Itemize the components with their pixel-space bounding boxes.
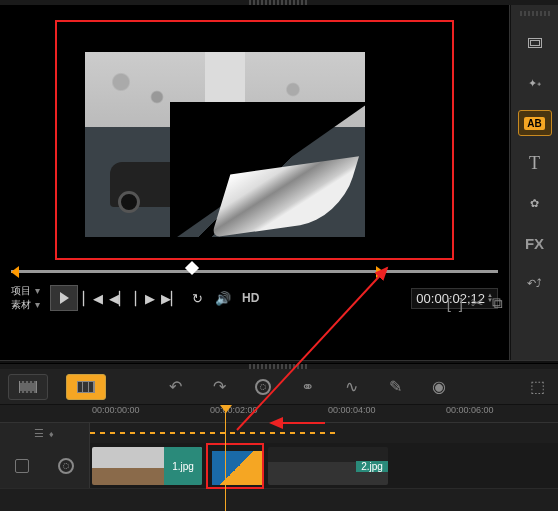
- ruler-tick: 00:00:02:00: [210, 405, 258, 415]
- step-forward-button[interactable]: ▏▶: [134, 287, 156, 309]
- tool-graphics[interactable]: ✿: [518, 190, 552, 216]
- hd-toggle[interactable]: HD: [242, 291, 259, 305]
- time-ruler[interactable]: 00:00:00:00 00:00:02:00 00:00:04:00 00:0…: [0, 405, 558, 423]
- step-back-button[interactable]: ◀▏: [108, 287, 130, 309]
- clip-2-label: 2.jpg: [356, 461, 388, 472]
- right-toolbar: ✦˖ AB T ✿ FX ↶⤴: [510, 5, 558, 360]
- material-tab[interactable]: 素材▾: [11, 298, 40, 312]
- ruler-tick: 00:00:06:00: [446, 405, 494, 415]
- marker-track-head[interactable]: ☰ ⬧: [0, 423, 90, 443]
- in-point-marker[interactable]: [11, 266, 19, 278]
- project-tab[interactable]: 项目▾: [11, 284, 40, 298]
- track-type-icon: [58, 458, 74, 474]
- clip-1-label: 1.jpg: [164, 447, 202, 485]
- track-visibility-icon[interactable]: [15, 459, 29, 473]
- link-button[interactable]: ⚭: [294, 374, 320, 400]
- redo-button[interactable]: ↷: [206, 374, 232, 400]
- clip-2[interactable]: 2.jpg: [268, 447, 388, 485]
- play-button[interactable]: [50, 285, 78, 311]
- audio-wave-button[interactable]: ∿: [338, 374, 364, 400]
- tool-swap[interactable]: ↶⤴: [518, 270, 552, 296]
- tool-transitions[interactable]: AB: [518, 110, 552, 136]
- ruler-tick: 00:00:04:00: [328, 405, 376, 415]
- preview-panel: [ ] ✂ ⧉ 项目▾ 素材▾ ▏◀ ◀▏ ▏▶ ▶▏ ↻ 🔊 HD 00:00…: [0, 5, 510, 360]
- go-start-button[interactable]: ▏◀: [82, 287, 104, 309]
- mark-in-button[interactable]: [: [447, 295, 451, 312]
- transition-clip-highlight[interactable]: [206, 443, 264, 489]
- volume-button[interactable]: 🔊: [212, 287, 234, 309]
- reel-button[interactable]: [250, 374, 276, 400]
- undo-button[interactable]: ↶: [162, 374, 188, 400]
- tool-fx[interactable]: FX: [518, 230, 552, 256]
- video-track-head[interactable]: [0, 443, 90, 488]
- mark-out-button[interactable]: ]: [459, 295, 463, 312]
- pen-tool-button[interactable]: ✎: [382, 374, 408, 400]
- transport-controls: 项目▾ 素材▾ ▏◀ ◀▏ ▏▶ ▶▏ ↻ 🔊 HD 00:00:02;12 ▲…: [5, 278, 504, 318]
- preview-image: [85, 52, 365, 237]
- preview-viewport[interactable]: [55, 20, 454, 260]
- tool-effects[interactable]: ✦˖: [518, 70, 552, 96]
- timeline-toolbar: ↶ ↷ ⚭ ∿ ✎ ◉ ⬚: [0, 369, 558, 405]
- transition-thumbnail: [212, 451, 262, 485]
- marker-track[interactable]: [90, 432, 338, 434]
- tool-media[interactable]: [518, 30, 552, 56]
- out-point-marker[interactable]: [376, 266, 384, 278]
- panel-grip-right[interactable]: [520, 11, 550, 16]
- copy-button[interactable]: ⧉: [492, 294, 503, 312]
- loop-button[interactable]: ↻: [186, 287, 208, 309]
- video-track[interactable]: 1.jpg 2.jpg: [90, 443, 558, 488]
- snap-button[interactable]: ⬚: [524, 374, 550, 400]
- timeline-playhead[interactable]: [225, 405, 226, 511]
- clip-1[interactable]: 1.jpg: [92, 447, 202, 485]
- timeline-mode-button[interactable]: [8, 374, 48, 400]
- storyboard-mode-button[interactable]: [66, 374, 106, 400]
- scrub-bar[interactable]: [11, 266, 498, 278]
- ruler-tick: 00:00:00:00: [92, 405, 140, 415]
- cut-button[interactable]: ✂: [471, 294, 484, 312]
- timeline-panel: 00:00:00:00 00:00:02:00 00:00:04:00 00:0…: [0, 405, 558, 511]
- go-end-button[interactable]: ▶▏: [160, 287, 182, 309]
- color-circles-button[interactable]: ◉: [426, 374, 452, 400]
- tool-titles[interactable]: T: [518, 150, 552, 176]
